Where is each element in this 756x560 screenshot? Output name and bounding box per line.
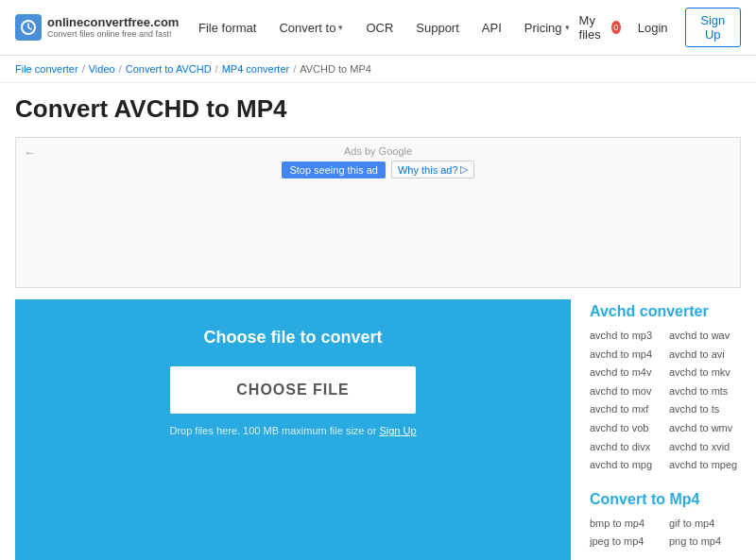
avchd-link-item[interactable]: avchd to mxf <box>590 401 662 418</box>
avchd-link-item[interactable]: avchd to mts <box>669 383 741 400</box>
breadcrumb-file-converter[interactable]: File converter <box>15 63 78 75</box>
nav-menu: File format Convert to ▾ OCR Support API… <box>189 15 579 41</box>
avchd-link-item[interactable]: avchd to avi <box>669 347 741 364</box>
mp4-converter-title: Convert to Mp4 <box>590 487 741 508</box>
breadcrumb-current: AVCHD to MP4 <box>300 63 371 75</box>
logo-tagline: Convert files online free and fast! <box>47 29 179 40</box>
page-title: Convert AVCHD to MP4 <box>0 83 756 131</box>
logo-name: onlineconvertfree.com <box>47 15 179 30</box>
breadcrumb-video[interactable]: Video <box>89 63 115 75</box>
ad-why-link[interactable]: Why this ad? ▷ <box>391 161 474 178</box>
avchd-link-item[interactable]: avchd to vob <box>590 420 662 437</box>
login-button[interactable]: Login <box>628 16 678 40</box>
drop-text: Drop files here. 100 MB maximum file siz… <box>169 425 376 436</box>
mp4-link-item[interactable]: jpeg to mp4 <box>590 534 662 551</box>
header-actions: My files 0 Login Sign Up <box>579 8 741 47</box>
avchd-link-item[interactable]: avchd to mpg <box>590 457 662 474</box>
convert-to-chevron-icon: ▾ <box>338 23 343 32</box>
main-content: Choose file to convert CHOOSE FILE Drop … <box>0 299 756 560</box>
avchd-link-item[interactable]: avchd to divx <box>590 439 662 456</box>
nav-file-format[interactable]: File format <box>189 15 266 41</box>
nav-convert-to[interactable]: Convert to ▾ <box>269 15 352 41</box>
avchd-link-item[interactable]: avchd to mkv <box>669 365 741 382</box>
avchd-link-item[interactable]: avchd to wmv <box>669 420 741 437</box>
mp4-link-item[interactable]: bmp to mp4 <box>590 516 662 533</box>
mp4-links: bmp to mp4gif to mp4jpeg to mp4png to mp… <box>590 516 741 551</box>
ad-label: Ads by Google <box>344 145 412 157</box>
converter-box: Choose file to convert CHOOSE FILE Drop … <box>15 299 571 560</box>
breadcrumb: File converter / Video / Convert to AVCH… <box>0 56 756 83</box>
avchd-link-item[interactable]: avchd to ts <box>669 401 741 418</box>
logo-icon <box>15 14 42 41</box>
ad-why-icon: ▷ <box>460 163 468 176</box>
choose-file-button[interactable]: CHOOSE FILE <box>170 366 416 414</box>
avchd-link-item[interactable]: avchd to mp3 <box>590 328 662 345</box>
avchd-link-item[interactable]: avchd to wav <box>669 328 741 345</box>
sign-up-link[interactable]: Sign Up <box>379 425 416 436</box>
avchd-link-item[interactable]: avchd to mp4 <box>590 347 662 364</box>
breadcrumb-mp4-converter[interactable]: MP4 converter <box>222 63 290 75</box>
nav-api[interactable]: API <box>472 15 511 41</box>
converter-title: Choose file to convert <box>203 328 382 348</box>
drop-text-area: Drop files here. 100 MB maximum file siz… <box>169 425 416 436</box>
nav-ocr[interactable]: OCR <box>356 15 403 41</box>
logo-text: onlineconvertfree.com Convert files onli… <box>47 15 179 40</box>
nav-support[interactable]: Support <box>406 15 469 41</box>
avchd-link-item[interactable]: avchd to xvid <box>669 439 741 456</box>
avchd-link-item[interactable]: avchd to mov <box>590 383 662 400</box>
nav-pricing[interactable]: Pricing ▾ <box>515 15 579 41</box>
my-files-badge: 0 <box>611 21 621 34</box>
breadcrumb-convert-to-avchd[interactable]: Convert to AVCHD <box>126 63 212 75</box>
sidebar: Avchd converter avchd to mp3avchd to wav… <box>571 299 741 560</box>
pricing-chevron-icon: ▾ <box>565 23 570 32</box>
header: onlineconvertfree.com Convert files onli… <box>0 0 756 56</box>
avchd-link-item[interactable]: avchd to m4v <box>590 365 662 382</box>
avchd-converter-title: Avchd converter <box>590 299 741 320</box>
ad-stop-button[interactable]: Stop seeing this ad <box>282 161 386 178</box>
my-files-button[interactable]: My files 0 <box>579 13 621 42</box>
avchd-link-item[interactable]: avchd to mpeg <box>669 457 741 474</box>
signup-button[interactable]: Sign Up <box>685 8 741 47</box>
avchd-links: avchd to mp3avchd to wavavchd to mp4avch… <box>590 328 741 474</box>
logo-area: onlineconvertfree.com Convert files onli… <box>15 14 166 41</box>
ad-area: ← Ads by Google Stop seeing this ad Why … <box>15 137 741 288</box>
mp4-link-item[interactable]: png to mp4 <box>669 534 741 551</box>
mp4-link-item[interactable]: gif to mp4 <box>669 516 741 533</box>
ad-controls: Stop seeing this ad Why this ad? ▷ <box>282 161 473 178</box>
ad-back-arrow-icon[interactable]: ← <box>24 145 36 160</box>
